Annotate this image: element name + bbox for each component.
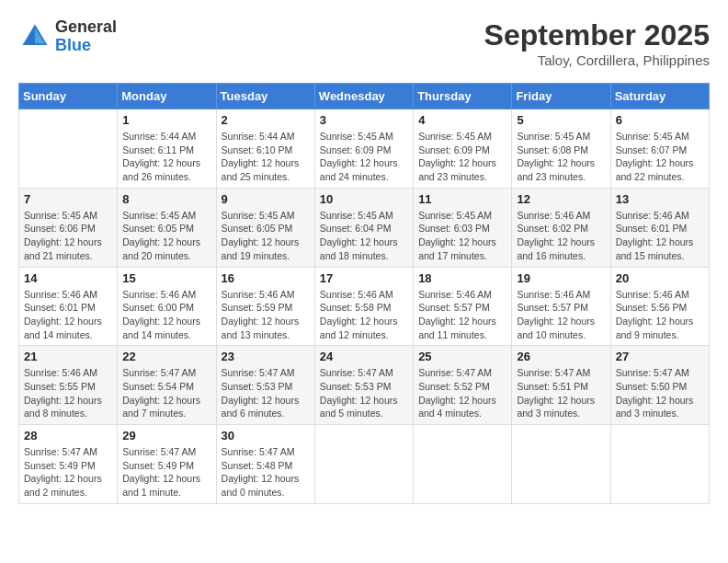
day-info: Sunrise: 5:46 AM Sunset: 5:59 PM Dayligh… (222, 288, 310, 342)
day-number: 22 (122, 350, 210, 363)
day-number: 5 (517, 113, 605, 127)
calendar-cell: 12Sunrise: 5:46 AM Sunset: 6:02 PM Dayli… (512, 188, 610, 267)
day-number: 29 (122, 429, 210, 442)
calendar-cell: 3Sunrise: 5:45 AM Sunset: 6:09 PM Daylig… (314, 109, 413, 189)
header-day: Wednesday (314, 84, 413, 109)
calendar-row: 21Sunrise: 5:46 AM Sunset: 5:55 PM Dayli… (19, 346, 710, 425)
header-day: Sunday (19, 84, 118, 109)
calendar-table: SundayMondayTuesdayWednesdayThursdayFrid… (18, 83, 710, 504)
day-number: 19 (517, 271, 605, 285)
calendar-cell: 20Sunrise: 5:46 AM Sunset: 5:56 PM Dayli… (610, 267, 709, 346)
calendar-cell: 16Sunrise: 5:46 AM Sunset: 5:59 PM Dayli… (216, 267, 314, 346)
calendar-cell: 19Sunrise: 5:46 AM Sunset: 5:57 PM Dayli… (512, 267, 610, 346)
logo-blue: Blue (55, 37, 117, 55)
day-number: 4 (418, 113, 506, 127)
day-info: Sunrise: 5:47 AM Sunset: 5:51 PM Dayligh… (517, 366, 605, 420)
day-number: 11 (418, 192, 506, 206)
day-info: Sunrise: 5:47 AM Sunset: 5:48 PM Dayligh… (222, 445, 310, 500)
calendar-cell: 15Sunrise: 5:46 AM Sunset: 6:00 PM Dayli… (118, 267, 216, 346)
day-number: 3 (320, 113, 408, 127)
logo-text: General Blue (55, 18, 117, 55)
calendar-cell: 8Sunrise: 5:45 AM Sunset: 6:05 PM Daylig… (118, 188, 216, 267)
calendar-cell: 10Sunrise: 5:45 AM Sunset: 6:04 PM Dayli… (314, 188, 413, 267)
day-info: Sunrise: 5:46 AM Sunset: 6:02 PM Dayligh… (517, 209, 605, 263)
calendar-header: SundayMondayTuesdayWednesdayThursdayFrid… (19, 84, 710, 109)
day-info: Sunrise: 5:46 AM Sunset: 5:58 PM Dayligh… (320, 288, 408, 342)
day-info: Sunrise: 5:47 AM Sunset: 5:52 PM Dayligh… (418, 366, 506, 420)
day-number: 6 (616, 113, 704, 127)
day-number: 17 (320, 271, 408, 285)
header-day: Tuesday (216, 84, 314, 109)
day-info: Sunrise: 5:45 AM Sunset: 6:09 PM Dayligh… (320, 130, 408, 184)
day-info: Sunrise: 5:46 AM Sunset: 5:55 PM Dayligh… (24, 366, 112, 420)
day-number: 20 (616, 271, 704, 285)
day-info: Sunrise: 5:46 AM Sunset: 5:57 PM Dayligh… (418, 288, 506, 342)
calendar-cell (314, 425, 413, 504)
calendar-cell: 27Sunrise: 5:47 AM Sunset: 5:50 PM Dayli… (610, 346, 709, 425)
day-info: Sunrise: 5:47 AM Sunset: 5:54 PM Dayligh… (122, 366, 210, 420)
day-info: Sunrise: 5:45 AM Sunset: 6:05 PM Dayligh… (222, 209, 310, 263)
day-number: 14 (24, 271, 112, 285)
logo: General Blue (18, 18, 117, 55)
day-info: Sunrise: 5:45 AM Sunset: 6:03 PM Dayligh… (418, 209, 506, 263)
day-info: Sunrise: 5:47 AM Sunset: 5:53 PM Dayligh… (222, 366, 310, 420)
day-number: 9 (222, 192, 310, 206)
header-day: Friday (512, 84, 610, 109)
day-info: Sunrise: 5:45 AM Sunset: 6:07 PM Dayligh… (616, 130, 704, 184)
header-day: Saturday (610, 84, 709, 109)
day-number: 24 (320, 350, 408, 363)
day-number: 1 (122, 113, 210, 127)
calendar-row: 1Sunrise: 5:44 AM Sunset: 6:11 PM Daylig… (19, 109, 710, 189)
day-number: 16 (222, 271, 310, 285)
day-info: Sunrise: 5:45 AM Sunset: 6:09 PM Dayligh… (418, 130, 506, 184)
day-info: Sunrise: 5:46 AM Sunset: 5:57 PM Dayligh… (517, 288, 605, 342)
header-row: SundayMondayTuesdayWednesdayThursdayFrid… (19, 84, 710, 109)
day-number: 27 (616, 350, 704, 363)
day-info: Sunrise: 5:45 AM Sunset: 6:08 PM Dayligh… (517, 130, 605, 184)
calendar-cell: 30Sunrise: 5:47 AM Sunset: 5:48 PM Dayli… (216, 425, 314, 504)
calendar-cell (512, 425, 610, 504)
calendar-cell: 9Sunrise: 5:45 AM Sunset: 6:05 PM Daylig… (216, 188, 314, 267)
title-block: September 2025 Taloy, Cordillera, Philip… (484, 18, 710, 68)
calendar-cell: 23Sunrise: 5:47 AM Sunset: 5:53 PM Dayli… (216, 346, 314, 425)
location: Taloy, Cordillera, Philippines (484, 52, 710, 68)
day-info: Sunrise: 5:47 AM Sunset: 5:53 PM Dayligh… (320, 366, 408, 420)
calendar-cell (610, 425, 709, 504)
day-number: 23 (222, 350, 310, 363)
calendar-row: 14Sunrise: 5:46 AM Sunset: 6:01 PM Dayli… (19, 267, 710, 346)
day-number: 7 (24, 192, 112, 206)
day-info: Sunrise: 5:46 AM Sunset: 5:56 PM Dayligh… (616, 288, 704, 342)
month-title: September 2025 (484, 18, 710, 52)
day-info: Sunrise: 5:46 AM Sunset: 6:01 PM Dayligh… (24, 288, 112, 342)
day-number: 28 (24, 429, 112, 442)
calendar-row: 7Sunrise: 5:45 AM Sunset: 6:06 PM Daylig… (19, 188, 710, 267)
day-number: 26 (517, 350, 605, 363)
day-number: 15 (122, 271, 210, 285)
calendar-cell: 25Sunrise: 5:47 AM Sunset: 5:52 PM Dayli… (414, 346, 512, 425)
calendar-cell (414, 425, 512, 504)
day-number: 21 (24, 350, 112, 363)
calendar-cell: 11Sunrise: 5:45 AM Sunset: 6:03 PM Dayli… (414, 188, 512, 267)
header-day: Thursday (414, 84, 512, 109)
day-info: Sunrise: 5:45 AM Sunset: 6:04 PM Dayligh… (320, 209, 408, 263)
day-info: Sunrise: 5:45 AM Sunset: 6:06 PM Dayligh… (24, 209, 112, 263)
day-info: Sunrise: 5:47 AM Sunset: 5:49 PM Dayligh… (122, 445, 210, 500)
logo-general: General (55, 18, 117, 37)
day-number: 25 (418, 350, 506, 363)
calendar-cell: 18Sunrise: 5:46 AM Sunset: 5:57 PM Dayli… (414, 267, 512, 346)
calendar-body: 1Sunrise: 5:44 AM Sunset: 6:11 PM Daylig… (19, 109, 710, 504)
calendar-cell: 4Sunrise: 5:45 AM Sunset: 6:09 PM Daylig… (414, 109, 512, 189)
day-number: 13 (616, 192, 704, 206)
day-number: 30 (222, 429, 310, 442)
day-number: 18 (418, 271, 506, 285)
calendar-cell: 13Sunrise: 5:46 AM Sunset: 6:01 PM Dayli… (610, 188, 709, 267)
calendar-cell: 7Sunrise: 5:45 AM Sunset: 6:06 PM Daylig… (19, 188, 118, 267)
day-info: Sunrise: 5:46 AM Sunset: 6:00 PM Dayligh… (122, 288, 210, 342)
calendar-cell: 17Sunrise: 5:46 AM Sunset: 5:58 PM Dayli… (314, 267, 413, 346)
calendar-cell: 29Sunrise: 5:47 AM Sunset: 5:49 PM Dayli… (118, 425, 216, 504)
calendar-cell: 24Sunrise: 5:47 AM Sunset: 5:53 PM Dayli… (314, 346, 413, 425)
calendar-cell (19, 109, 118, 189)
calendar-cell: 28Sunrise: 5:47 AM Sunset: 5:49 PM Dayli… (19, 425, 118, 504)
logo-icon (18, 20, 51, 53)
day-info: Sunrise: 5:44 AM Sunset: 6:10 PM Dayligh… (222, 130, 310, 184)
